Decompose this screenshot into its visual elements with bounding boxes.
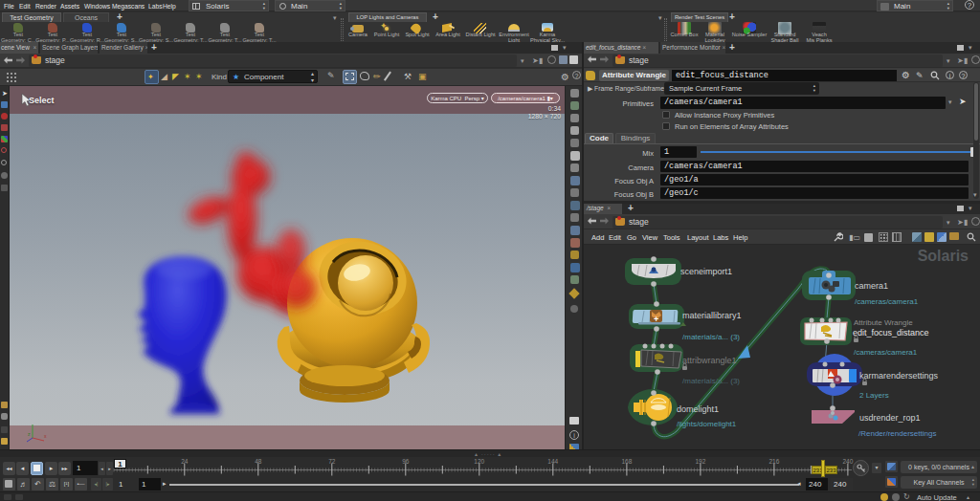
svg-text:144: 144: [547, 458, 558, 465]
svg-text:120: 120: [474, 458, 484, 465]
svg-text:240: 240: [842, 458, 853, 465]
svg-text:z: z: [28, 431, 31, 437]
svg-text:edit_focus_distance: edit_focus_distance: [853, 328, 929, 338]
svg-text:96: 96: [402, 458, 410, 465]
svg-text:Attribute Wrangle: Attribute Wrangle: [854, 318, 913, 327]
svg-text:x: x: [44, 433, 47, 439]
svg-text:/materials/a... (3): /materials/a... (3): [682, 377, 740, 385]
svg-text:216: 216: [768, 458, 779, 465]
svg-text:48: 48: [255, 458, 262, 465]
svg-text:camera1: camera1: [855, 281, 888, 291]
svg-text:168: 168: [621, 458, 632, 465]
svg-text:/cameras/camera1: /cameras/camera1: [855, 297, 919, 306]
svg-text:/cameras/camera1: /cameras/camera1: [854, 348, 918, 357]
svg-text:materiallibrary1: materiallibrary1: [682, 311, 742, 320]
svg-text:usdrender_rop1: usdrender_rop1: [859, 413, 921, 423]
svg-text:24: 24: [181, 458, 189, 465]
svg-text:sceneimport1: sceneimport1: [680, 267, 732, 276]
svg-text:karmarendersettings: karmarendersettings: [859, 371, 939, 381]
svg-text:72: 72: [328, 458, 336, 465]
svg-text:192: 192: [695, 458, 705, 465]
svg-text:/materials/a... (3): /materials/a... (3): [682, 333, 740, 341]
svg-text:2 Layers: 2 Layers: [859, 391, 889, 400]
svg-text:/Render/rendersettings: /Render/rendersettings: [858, 429, 936, 438]
svg-text:/lights/domelight1: /lights/domelight1: [677, 420, 737, 428]
svg-text:+: +: [654, 315, 658, 324]
svg-text:attribwrangle1: attribwrangle1: [682, 356, 737, 365]
svg-text:domelight1: domelight1: [677, 404, 719, 414]
